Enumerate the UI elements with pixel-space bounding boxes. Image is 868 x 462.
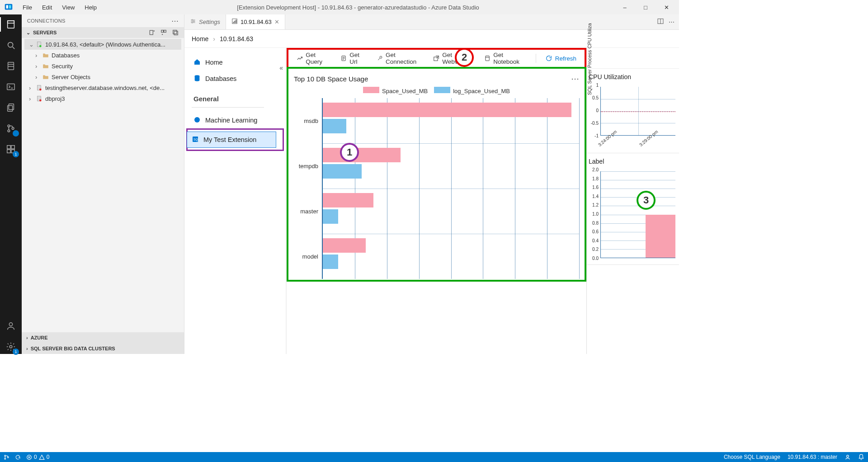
settings-icon: [190, 18, 196, 26]
chevron-right-icon: ›: [35, 63, 40, 70]
get-url-button[interactable]: Get Url: [337, 50, 370, 67]
more-actions-icon[interactable]: ⋯: [669, 19, 675, 25]
axis-label: SQL Server Process CPU Utiliza: [587, 23, 592, 95]
dashboard-side: CPU Utilization SQL Server Process CPU U…: [586, 48, 679, 354]
get-query-button[interactable]: Get Query: [293, 50, 334, 67]
svg-point-33: [39, 45, 42, 47]
chart-main: msdb tempdb master model: [294, 98, 579, 279]
get-connection-button[interactable]: Get Connection: [373, 50, 427, 67]
nav-my-test-extension[interactable]: SQL My Test Extension: [187, 132, 276, 148]
folder-icon: [42, 74, 49, 80]
annotation-callout-3: 3: [637, 191, 656, 210]
svg-rect-19: [7, 150, 10, 153]
svg-point-43: [192, 22, 193, 23]
bar: [323, 193, 373, 207]
get-notebook-button[interactable]: Get Notebook: [481, 50, 530, 67]
home-icon: [193, 58, 201, 67]
svg-point-51: [194, 117, 200, 123]
chevron-right-icon: ›: [26, 346, 28, 351]
sidebar-section-azure[interactable]: › AZURE: [22, 332, 184, 343]
refresh-button[interactable]: Refresh: [542, 53, 580, 64]
activity-accounts[interactable]: [4, 319, 18, 333]
widget-more-icon[interactable]: ⋯: [571, 74, 579, 84]
section-label: AZURE: [31, 335, 48, 340]
activity-terminal[interactable]: [4, 80, 18, 94]
svg-rect-0: [5, 4, 13, 10]
nav-home[interactable]: Home: [192, 54, 286, 71]
new-group-icon[interactable]: [160, 28, 168, 37]
svg-point-21: [9, 323, 12, 326]
activity-extensions[interactable]: 1: [4, 142, 18, 156]
close-icon[interactable]: ✕: [274, 19, 279, 25]
svg-rect-7: [8, 62, 14, 70]
chart-legend: Space_Used_MB log_Space_Used_MB: [294, 87, 579, 94]
app-logo-icon: [4, 2, 14, 12]
extension-toolbar: Get Query Get Url Get Connection: [288, 50, 585, 67]
tree-item-server[interactable]: › testingtheserver.database.windows.net,…: [24, 82, 181, 93]
nav-machine-learning[interactable]: Machine Learning: [192, 112, 286, 128]
button-label: Get Notebook: [493, 52, 527, 65]
menu-edit[interactable]: Edit: [38, 2, 56, 13]
tree-item-server[interactable]: › dbproj3: [24, 93, 181, 104]
svg-point-35: [39, 89, 42, 91]
svg-rect-26: [161, 30, 164, 33]
collapse-all-icon[interactable]: [171, 28, 179, 37]
svg-point-42: [193, 21, 194, 22]
svg-point-14: [8, 125, 10, 127]
svg-rect-18: [11, 146, 14, 149]
badge-count: 1: [13, 349, 19, 355]
menu-file[interactable]: File: [19, 2, 36, 13]
collapse-nav-icon[interactable]: «: [279, 64, 283, 71]
ml-icon: [193, 116, 201, 125]
tab-label: 10.91.84.63: [241, 19, 272, 25]
activity-notebooks[interactable]: [4, 59, 18, 73]
tree-label: Server Objects: [52, 74, 90, 80]
menu-view[interactable]: View: [58, 2, 78, 13]
bar: [323, 209, 338, 224]
tree-item-databases[interactable]: › Databases: [24, 50, 181, 61]
activity-connections[interactable]: [4, 17, 18, 32]
svg-rect-10: [7, 84, 15, 90]
nav-databases[interactable]: Databases: [192, 71, 286, 87]
tree-item-security[interactable]: › Security: [24, 61, 181, 71]
server-disconnected-icon: [36, 85, 42, 91]
sidebar-more-icon[interactable]: ⋯: [171, 17, 179, 25]
svg-rect-31: [174, 31, 178, 35]
title-bar: File Edit View Help [Extension Developme…: [0, 0, 679, 14]
new-connection-icon[interactable]: [148, 28, 156, 37]
activity-bar: 1 1: [0, 14, 22, 354]
sidebar-section-servers[interactable]: ⌄ SERVERS: [22, 27, 184, 38]
section-actions: [148, 28, 179, 37]
sidebar-section-bdc[interactable]: › SQL SERVER BIG DATA CLUSTERS: [22, 343, 184, 354]
activity-search[interactable]: [4, 38, 18, 52]
server-disconnected-icon: [36, 95, 42, 102]
y-axis-label: msdb: [294, 98, 322, 143]
tree-item-server-objects[interactable]: › Server Objects: [24, 71, 181, 82]
svg-rect-45: [233, 22, 234, 23]
toolbar-separator: [536, 54, 536, 63]
maximize-button[interactable]: □: [637, 1, 655, 14]
server-icon: [36, 41, 42, 47]
menu-bar: File Edit View Help: [19, 2, 100, 13]
button-label: Get Url: [349, 52, 367, 65]
editor-area: 1 2 3 Settings 10.91.84.63 ✕ ⋯ Home › 10…: [184, 14, 679, 354]
menu-help[interactable]: Help: [81, 2, 100, 13]
minimize-button[interactable]: –: [616, 1, 634, 14]
tab-settings[interactable]: Settings: [184, 14, 226, 29]
bar: [646, 215, 675, 258]
split-editor-icon[interactable]: [657, 18, 664, 26]
legend-swatch: [434, 87, 450, 93]
activity-explorer[interactable]: [4, 100, 18, 115]
svg-rect-2: [9, 5, 11, 8]
tab-dashboard[interactable]: 10.91.84.63 ✕: [226, 14, 285, 29]
tree-item-server[interactable]: ⌄ 10.91.84.63, <default> (Windows Authen…: [24, 39, 181, 50]
svg-point-41: [192, 19, 193, 20]
close-button[interactable]: ✕: [657, 1, 675, 14]
svg-point-22: [9, 345, 12, 348]
annotation-callout-1: 1: [340, 143, 359, 162]
section-label: SQL SERVER BIG DATA CLUSTERS: [31, 346, 115, 351]
legend-label: Space_Used_MB: [382, 88, 428, 94]
breadcrumb-home[interactable]: Home: [192, 35, 208, 42]
activity-settings[interactable]: 1: [4, 339, 18, 354]
activity-source-control[interactable]: [4, 121, 18, 136]
